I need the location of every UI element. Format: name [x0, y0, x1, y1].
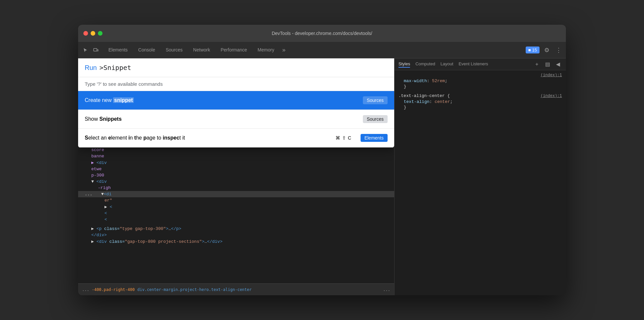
filter-styles-icon[interactable]: ▤ — [543, 60, 551, 68]
more-options-icon[interactable]: ⋮ — [554, 46, 563, 55]
right-tab-computed[interactable]: Computed — [415, 61, 435, 68]
devtools-panel: Elements Console Sources Network Perform… — [78, 42, 566, 295]
tree-line: ▶ < — [78, 204, 394, 210]
css-rule-1: (index):1 max-width: 52rem; } — [398, 73, 562, 89]
tree-line-selected: ... ▼ <di — [78, 191, 394, 197]
tree-line: er" — [78, 197, 394, 204]
command-shortcut: ⌘ ⇧ C — [336, 135, 351, 141]
right-tab-styles[interactable]: Styles — [398, 61, 410, 68]
tree-line: </div> — [78, 232, 394, 238]
right-tab-events[interactable]: Event Listeners — [458, 61, 488, 68]
toolbar-tools — [81, 42, 101, 58]
tab-sources[interactable]: Sources — [161, 42, 188, 58]
command-item-text-select: Select an element in the page to inspect… — [85, 135, 185, 141]
device-toggle-icon[interactable] — [91, 46, 101, 55]
command-badge-elements[interactable]: Elements — [361, 134, 388, 142]
notification-icon: ■ — [528, 48, 531, 52]
tree-line: ▼ <div — [78, 178, 394, 185]
statusbar-item1[interactable]: -400.pad-right-400 — [92, 287, 135, 292]
notification-count: 15 — [532, 48, 537, 52]
command-item-right: ⌘ ⇧ C Elements — [336, 134, 388, 142]
command-badge-sources-2[interactable]: Sources — [363, 115, 388, 123]
tab-console[interactable]: Console — [133, 42, 160, 58]
command-item-text-create: Create new snippet — [85, 97, 134, 103]
tab-network[interactable]: Network — [188, 42, 215, 58]
css-source-link-1[interactable]: (index):1 — [541, 73, 562, 78]
s-bold: S — [85, 135, 88, 141]
right-panel-actions: + ▤ ◀ — [533, 60, 562, 68]
tab-performance[interactable]: Performance — [215, 42, 252, 58]
add-style-rule-icon[interactable]: + — [533, 60, 541, 68]
right-panel: Styles Computed Layout Event Listeners +… — [395, 58, 566, 295]
traffic-lights — [83, 31, 102, 36]
inspect-bold: inspec — [163, 135, 180, 141]
command-hint: Type '?' to see available commands — [78, 77, 394, 91]
command-run-label: Run — [85, 64, 97, 72]
notification-badge[interactable]: ■ 15 — [526, 47, 540, 53]
element-bold: e — [108, 135, 111, 141]
main-content: Run Type '?' to see available commands C… — [78, 58, 566, 295]
tree-line: etwe — [78, 166, 394, 172]
command-item-select-element[interactable]: Select an element in the page to inspect… — [78, 129, 394, 147]
t-bold: t — [134, 135, 136, 141]
css-line: max-width: 52rem; — [398, 78, 562, 84]
settings-icon[interactable]: ⚙ — [542, 46, 551, 55]
tree-line: p-300 — [78, 172, 394, 178]
command-item-show-snippets[interactable]: Show Snippets Sources — [78, 110, 394, 129]
tree-line: ▶ <p class="type gap-top-300">…</p> — [78, 225, 394, 232]
window-title: DevTools - developer.chrome.com/docs/dev… — [272, 31, 372, 36]
statusbar-dots-right: ... — [383, 287, 390, 292]
css-line: } — [398, 84, 562, 89]
tab-list: Elements Console Sources Network Perform… — [103, 42, 526, 58]
command-snippet-bold: snippet — [113, 97, 134, 103]
tabbar-right: ■ 15 ⚙ ⋮ — [526, 42, 563, 58]
titlebar: DevTools - developer.chrome.com/docs/dev… — [78, 25, 566, 42]
command-input-row: Run — [78, 58, 394, 77]
devtools-window: DevTools - developer.chrome.com/docs/dev… — [78, 25, 566, 295]
maximize-button[interactable] — [98, 31, 102, 36]
tree-line: score — [78, 147, 394, 153]
cursor-icon[interactable] — [81, 46, 90, 55]
toggle-sidebar-icon[interactable]: ◀ — [554, 60, 562, 68]
command-palette: Run Type '?' to see available commands C… — [78, 58, 394, 147]
command-badge-sources-1[interactable]: Sources — [363, 96, 388, 104]
more-tabs-button[interactable]: » — [279, 42, 288, 58]
command-snippets-bold: Snippets — [99, 116, 122, 122]
tree-line: < — [78, 216, 394, 223]
statusbar-item2[interactable]: div.center-margin.project-hero.text-alig… — [137, 287, 252, 292]
p-bold: p — [143, 135, 147, 141]
tabbar: Elements Console Sources Network Perform… — [78, 42, 566, 58]
css-line: text-align: center; — [398, 99, 562, 105]
tab-elements[interactable]: Elements — [103, 42, 133, 58]
css-rule-2: .text-align-center { (index):1 text-alig… — [398, 93, 562, 110]
close-button[interactable] — [83, 31, 88, 36]
command-search-input[interactable] — [100, 64, 388, 72]
tree-line: ▶ <div class="gap-top-800 project-sectio… — [78, 238, 394, 245]
minimize-button[interactable] — [91, 31, 95, 36]
tab-memory[interactable]: Memory — [252, 42, 280, 58]
right-tab-layout[interactable]: Layout — [440, 61, 453, 68]
right-panel-header: Styles Computed Layout Event Listeners +… — [395, 58, 566, 70]
left-panel: Run Type '?' to see available commands C… — [78, 58, 395, 295]
command-item-text-show: Show Snippets — [85, 116, 122, 122]
css-line: } — [398, 105, 562, 110]
svg-rect-1 — [97, 49, 98, 51]
command-item-create-snippet[interactable]: Create new snippet Sources — [78, 91, 394, 110]
tree-line: ▶ <div — [78, 159, 394, 166]
tree-line: -righ — [78, 185, 394, 191]
html-tree: score banne ▶ <div etwe p-300 ▼ <div -ri… — [78, 144, 394, 283]
svg-rect-0 — [94, 48, 97, 51]
statusbar-dots-left: ... — [82, 287, 89, 292]
css-content: (index):1 max-width: 52rem; } .text-alig… — [395, 70, 566, 295]
i-bold: i — [129, 135, 130, 141]
tree-line: < — [78, 210, 394, 216]
css-source-link-2[interactable]: (index):1 — [541, 94, 562, 98]
tree-line: banne — [78, 153, 394, 159]
statusbar: ... -400.pad-right-400 div.center-margin… — [78, 283, 394, 295]
right-panel-tabs: Styles Computed Layout Event Listeners — [398, 61, 533, 68]
